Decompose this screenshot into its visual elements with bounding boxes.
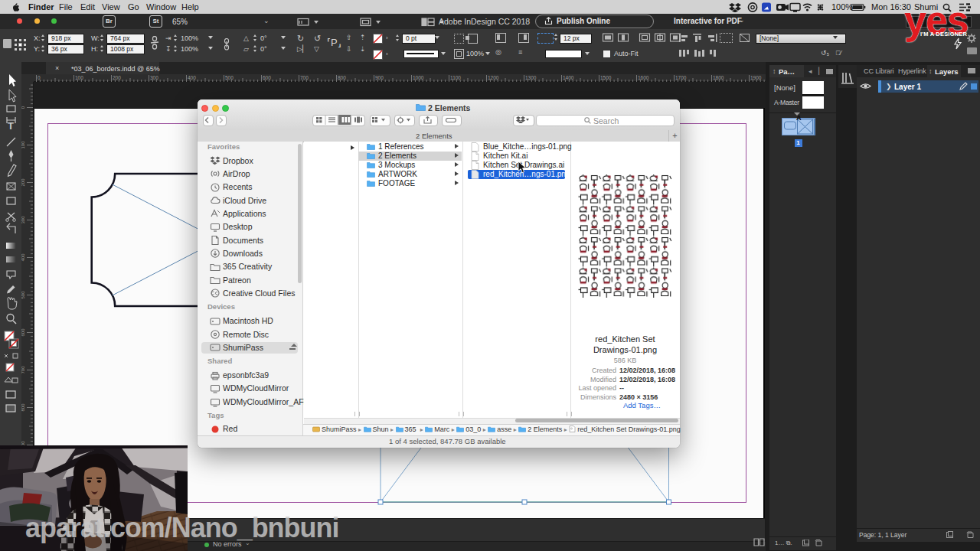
svg-text:300: 300 (21, 216, 25, 224)
svg-text:T: T (8, 120, 14, 132)
svg-text:100: 100 (21, 141, 25, 149)
svg-text:1100: 1100 (450, 75, 461, 80)
svg-text:700: 700 (300, 75, 309, 80)
svg-text:1000: 1000 (413, 75, 424, 80)
svg-text:800: 800 (338, 75, 346, 80)
svg-text:200: 200 (113, 75, 121, 80)
svg-text:1500: 1500 (600, 75, 612, 80)
svg-text:0: 0 (38, 75, 41, 80)
svg-text:300: 300 (150, 75, 158, 80)
svg-text:200: 200 (21, 178, 25, 187)
svg-text:1700: 1700 (675, 75, 687, 80)
svg-text:500: 500 (225, 75, 234, 80)
svg-text:1200: 1200 (488, 75, 499, 80)
svg-text:100: 100 (75, 75, 83, 80)
svg-text:900: 900 (375, 75, 384, 80)
svg-text:1300: 1300 (525, 75, 537, 80)
svg-text:500: 500 (21, 291, 25, 299)
svg-text:1800: 1800 (713, 75, 724, 80)
svg-text:800: 800 (21, 403, 25, 412)
svg-text:600: 600 (21, 328, 25, 337)
svg-text:1900: 1900 (750, 75, 762, 80)
svg-text:400: 400 (188, 75, 196, 80)
svg-text:600: 600 (263, 75, 271, 80)
svg-text:400: 400 (21, 253, 25, 262)
svg-text:1600: 1600 (638, 75, 649, 80)
svg-text:1400: 1400 (563, 75, 574, 80)
svg-text:700: 700 (21, 366, 25, 374)
